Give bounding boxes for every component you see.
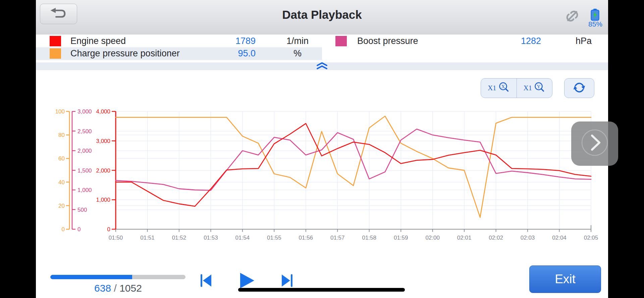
charge-pressure-unit: % (281, 48, 314, 59)
data-playback-chart[interactable]: 01:5001:5101:5201:5301:5401:5501:5601:57… (36, 101, 608, 245)
engine-speed-swatch (50, 36, 61, 46)
playback-progress-bar (50, 275, 185, 279)
svg-text:01:55: 01:55 (267, 235, 281, 241)
svg-text:02:05: 02:05 (584, 235, 598, 241)
svg-text:02:01: 02:01 (457, 235, 472, 241)
svg-text:X: X (501, 84, 505, 89)
svg-text:01:59: 01:59 (394, 235, 408, 241)
svg-text:1,000: 1,000 (96, 197, 110, 203)
svg-text:0: 0 (77, 226, 80, 233)
svg-text:3,000: 3,000 (77, 108, 92, 115)
engine-speed-label[interactable]: Engine speed (70, 36, 126, 46)
svg-text:02:04: 02:04 (552, 235, 567, 241)
zoom-x-button[interactable]: X1 X (481, 79, 517, 98)
broken-link-icon (565, 8, 580, 24)
svg-text:01:53: 01:53 (204, 235, 218, 241)
charge-pressure-value: 95.0 (204, 48, 256, 59)
zoom-scale-group: X1 X X1 Y (481, 78, 552, 98)
exit-button[interactable]: Exit (529, 265, 601, 293)
svg-text:60: 60 (58, 155, 65, 162)
legend-row-1: Engine speed 1789 1/min Boost pressure 1… (36, 35, 608, 47)
boost-pressure-label[interactable]: Boost pressure (357, 36, 418, 46)
chevron-right-icon (578, 126, 611, 161)
svg-text:100: 100 (55, 108, 65, 115)
svg-text:01:57: 01:57 (330, 235, 345, 241)
frame-current: 638 (94, 283, 111, 294)
svg-text:0: 0 (107, 226, 110, 233)
legend-collapse-strip[interactable] (36, 62, 608, 70)
battery-percent-label: 85% (582, 20, 609, 28)
svg-text:2,000: 2,000 (77, 148, 92, 154)
svg-text:20: 20 (58, 203, 65, 209)
zoom-y-button[interactable]: X1 Y (517, 79, 552, 98)
svg-text:Y: Y (537, 84, 541, 89)
play-button[interactable] (239, 272, 255, 290)
timeline-scrubber[interactable] (238, 288, 405, 292)
engine-speed-value: 1789 (204, 36, 256, 46)
svg-text:0: 0 (62, 226, 65, 233)
svg-text:01:50: 01:50 (109, 235, 123, 241)
frame-total: 1052 (119, 283, 142, 294)
next-page-button[interactable] (571, 121, 618, 166)
svg-text:2,000: 2,000 (96, 167, 110, 174)
app-content: Data Playback 85% (36, 0, 608, 298)
playback-progress-fill (50, 275, 132, 279)
svg-text:4,000: 4,000 (96, 108, 110, 115)
boost-pressure-value: 1282 (489, 36, 541, 46)
battery-icon (590, 9, 601, 20)
svg-text:01:58: 01:58 (362, 235, 376, 241)
screen: Data Playback 85% (0, 0, 644, 298)
svg-text:40: 40 (58, 179, 65, 186)
boost-pressure-swatch (335, 36, 347, 46)
svg-text:01:52: 01:52 (172, 235, 186, 241)
charge-pressure-swatch (50, 48, 61, 59)
svg-text:80: 80 (58, 132, 65, 138)
svg-text:3,000: 3,000 (96, 138, 110, 144)
chevron-double-up-icon[interactable] (316, 62, 328, 71)
refresh-icon (572, 81, 586, 96)
frame-separator: / (114, 283, 116, 294)
svg-text:01:56: 01:56 (299, 235, 313, 241)
svg-text:02:03: 02:03 (521, 235, 535, 241)
legend-row-2: Charge pressure positioner 95.0 % (36, 47, 608, 60)
skip-to-start-button[interactable] (200, 274, 212, 289)
header-bar: Data Playback 85% (36, 0, 608, 35)
skip-to-end-button[interactable] (281, 274, 293, 289)
svg-text:1,500: 1,500 (77, 167, 92, 174)
frame-counter: 638 / 1052 (68, 283, 168, 294)
svg-text:1,000: 1,000 (77, 187, 92, 193)
refresh-button[interactable] (564, 78, 594, 98)
zoom-x-scale-label: X1 (488, 84, 496, 92)
svg-text:01:54: 01:54 (235, 235, 250, 241)
magnifier-y-icon: Y (534, 82, 545, 95)
svg-text:500: 500 (77, 207, 87, 213)
page-title: Data Playback (36, 8, 608, 21)
svg-text:02:02: 02:02 (489, 235, 503, 241)
zoom-y-scale-label: X1 (523, 84, 532, 92)
magnifier-x-icon: X (498, 82, 510, 95)
left-black-bar (0, 0, 36, 298)
svg-text:02:00: 02:00 (425, 235, 440, 241)
engine-speed-unit: 1/min (281, 36, 314, 46)
svg-text:2,500: 2,500 (77, 128, 92, 135)
charge-pressure-label[interactable]: Charge pressure positioner (70, 48, 180, 59)
svg-text:01:51: 01:51 (140, 235, 155, 241)
boost-pressure-unit: hPa (562, 36, 605, 46)
exit-label: Exit (555, 272, 576, 286)
